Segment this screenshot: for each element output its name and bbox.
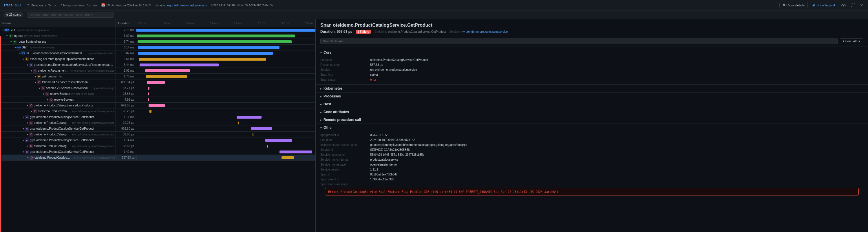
detail-row: App product id 0LJCE9PC7Z (320, 133, 863, 138)
row-duration: 557.63 µs (117, 155, 137, 161)
expand-button[interactable]: ▾ (30, 110, 33, 113)
trace-row[interactable]: ▾ GET GET my-otel-demo-loadgenerator 7.7… (0, 27, 315, 33)
expand-button[interactable]: ▾ (22, 127, 25, 130)
detail-meta: Duration: 557.63 µs 1 Failure Endpoint: … (320, 30, 863, 34)
trace-row[interactable]: ▾ ⬡ resolveBoolean 4.92 µs (0, 97, 315, 103)
trace-row[interactable]: ▾ ▶ get_product_list 1.76 ms (0, 74, 315, 80)
section-header-processes[interactable]: ▸ Processes (316, 92, 868, 100)
trace-row[interactable]: ▾ g grpc.oteldemo.ProductCatalogService/… (0, 114, 315, 120)
span-type-icon: ⬡ (41, 86, 45, 90)
trace-row[interactable]: ▾ ▶ router frontend egress 6.74 ms (0, 39, 315, 45)
expand-button[interactable]: ▾ (30, 69, 33, 72)
expand-button[interactable]: ▾ (22, 115, 25, 119)
span-name: oteldemo.ProductCatalogService/ListProdu… (34, 104, 93, 107)
detail-service-meta: Service: my-otel-demo-productcatalogserv… (449, 30, 508, 33)
section-other: ▾ Other App product id 0LJCE9PC7Z End ti… (316, 124, 868, 199)
trace-row[interactable]: ▾ GET GET my-otel-demo-frontend 6.14 ms (0, 45, 315, 51)
trace-row[interactable]: ▾ ⬡ schema.v1.Service.ResolveBoolean my-… (0, 85, 315, 91)
expand-button[interactable]: ▾ (34, 75, 37, 78)
detail-row: Service id SERVICE-C2A8A21A2305B58 (320, 147, 863, 152)
span-type-icon: GET (17, 46, 21, 50)
row-duration: 1.14 ms (116, 138, 136, 143)
open-with-button[interactable]: Open with ▾ (840, 38, 863, 45)
detail-body: ▾ Core Endpoint oteldemo.ProductCatalogS… (316, 47, 868, 232)
trace-row[interactable]: ▾ ⬡ oteldemo.ProductCatalogService.GetPr… (0, 155, 315, 161)
expand-button[interactable]: ▾ (22, 57, 25, 61)
row-timeline (136, 132, 315, 137)
row-name-cell: ▾ GET GET /api/recommendations?productId… (0, 51, 116, 56)
expand-button[interactable]: ▾ (22, 139, 25, 142)
span-bar (281, 156, 294, 159)
expand-button[interactable]: ▾ (22, 150, 25, 154)
search-input[interactable] (27, 12, 114, 18)
expand-button[interactable]: ▾ (5, 34, 9, 38)
show-legend-button[interactable]: ◉ Show legend (810, 2, 837, 8)
section-core: ▾ Core Endpoint oteldemo.ProductCatalogS… (316, 49, 868, 85)
expand-button[interactable]: ▾ (26, 63, 29, 67)
expand-button[interactable]: ▾ (26, 156, 30, 160)
trace-row[interactable]: ▾ GET GET /api/recommendations?productId… (0, 51, 315, 56)
span-name: router frontend egress (18, 40, 46, 43)
response-meta: ↩ Response time: 7.75 ms (59, 3, 98, 7)
section-header-remote_procedure_call[interactable]: ▸ Remote procedure call (316, 116, 868, 123)
span-type-icon: ▶ (13, 40, 17, 44)
expand-button[interactable]: ▾ (9, 40, 13, 44)
row-duration: 6.74 ms (116, 39, 136, 45)
trace-row[interactable]: ▾ ⬡ fchema.v1.Service/ResolveBoolean 803… (0, 80, 315, 85)
row-name-cell: ▾ g grpc.oteldemo.ProductCatalogService/… (0, 149, 116, 154)
expand-button[interactable]: ▾ (26, 133, 29, 136)
trace-row[interactable]: ▾ ▶ executing api route (pages) /api/rec… (0, 56, 315, 62)
expand-button[interactable]: ▾ (46, 98, 49, 102)
section-header-code_attributes[interactable]: ▸ Code attributes (316, 108, 868, 116)
expand-button[interactable]: ▾ (42, 92, 45, 96)
trace-row[interactable]: ▾ ⬡ oteldemo.ProductCatalogService.ListP… (0, 109, 315, 114)
trace-title: Trace: GET (3, 3, 22, 7)
expand-button[interactable]: ▾ (26, 121, 29, 125)
panel-close-button[interactable]: ✕ (859, 2, 865, 8)
service-value[interactable]: my-otel-demo-loadgenerator (167, 3, 207, 7)
trace-row[interactable]: ▾ ⬡ oteldemo.ProductCatalogService.GetPr… (0, 120, 315, 126)
section-header-core[interactable]: ▾ Core (316, 49, 868, 56)
expand-button[interactable]: ▾ (38, 86, 41, 90)
trace-row[interactable]: ▾ g grpc.oteldemo.ProductCatalogService/… (0, 138, 315, 143)
section-header-kubernetes[interactable]: ▸ Kubernetes (316, 85, 868, 92)
detail-search-input[interactable] (320, 38, 838, 45)
field-label: Response time (320, 63, 367, 66)
service-value[interactable]: my-otel-demo-productcatalogservice (461, 30, 508, 33)
service-meta: Service: my-otel-demo-loadgenerator (155, 3, 208, 7)
trace-row[interactable]: ▾ g grpc.oteldemo.RecommendationService/… (0, 62, 315, 68)
section-header-host[interactable]: ▸ Host (316, 100, 868, 108)
span-name: grpc.oteldemo.ProductCatalogService/GetP… (30, 150, 94, 153)
row-duration: 803.34 µs (116, 80, 136, 85)
section-header-other[interactable]: ▾ Other (316, 124, 868, 132)
expand-button[interactable]: ▾ (26, 104, 29, 107)
expand-button[interactable]: ▾ (34, 81, 37, 84)
trace-row[interactable]: ▾ ⬡ oteldemo.RecommendationService.ListR… (0, 68, 315, 74)
span-type-icon: ⬡ (33, 69, 37, 73)
row-timeline (136, 97, 315, 103)
span-type-icon: ▶ (37, 75, 41, 79)
span-bar (279, 150, 312, 153)
trace-row[interactable]: ▾ g grpc.oteldemo.ProductCatalogService/… (0, 126, 315, 132)
marker-0ms: 0.0 ms (138, 22, 146, 25)
span-bar (238, 121, 239, 124)
trace-row[interactable]: ▾ ⬡ oteldemo.ProductCatalogService.GetPr… (0, 132, 315, 138)
span-bar (253, 133, 253, 136)
expand-button[interactable]: ▾ (26, 144, 29, 148)
trace-row[interactable]: ▾ g grpc.oteldemo.ProductCatalogService/… (0, 149, 315, 155)
field-label: Span status message (320, 183, 367, 186)
trace-row[interactable]: ▾ ▶ ingress my-otel-demo-frontendproxy 6… (0, 33, 315, 39)
span-type-icon: ⬡ (33, 109, 37, 113)
trace-row[interactable]: ▾ ⬡ oteldemo.ProductCatalogService.GetPr… (0, 143, 315, 149)
field-label: End time (320, 138, 367, 142)
expand-button[interactable]: ⛶ (850, 2, 857, 8)
section-title: Core (323, 51, 331, 55)
detail-search: Open with ▾ (316, 36, 868, 47)
trace-row[interactable]: ▾ ⬡ resolveBoolean my-otel-demo-flagd 23… (0, 91, 315, 97)
row-duration: 57.71 µs (116, 85, 136, 91)
close-details-button[interactable]: ✕ Close details (779, 2, 808, 8)
code-view-button[interactable]: </> (840, 2, 848, 8)
row-name-cell: ▾ ⬡ resolveBoolean my-otel-demo-flagd (0, 91, 116, 96)
trace-row[interactable]: ▾ ⬡ oteldemo.ProductCatalogService/ListP… (0, 103, 315, 109)
field-value: my-otel-demo-productcatalogservice (370, 68, 417, 71)
